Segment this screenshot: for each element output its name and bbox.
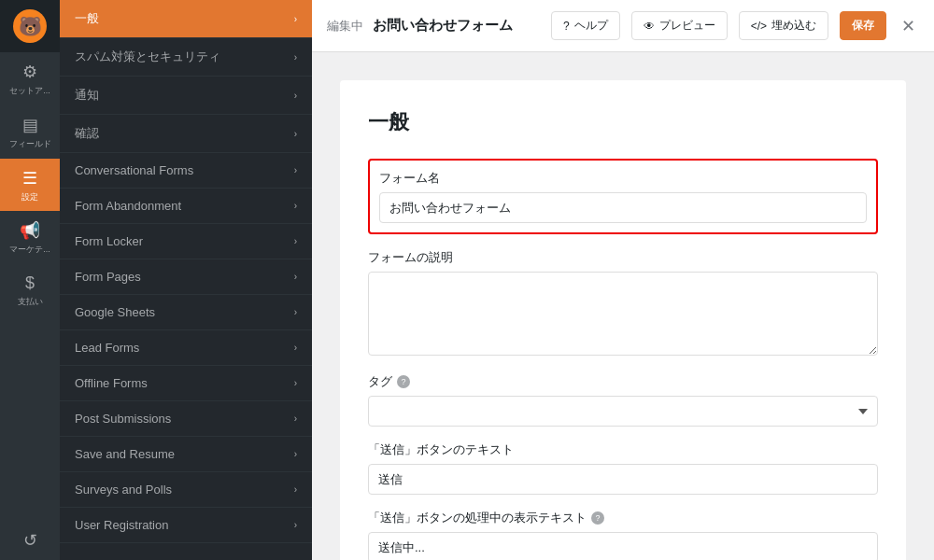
chevron-right-icon: › <box>294 484 297 495</box>
menu-item-general-label: 一般 <box>75 10 99 27</box>
chevron-right-icon: › <box>294 520 297 530</box>
sidebar-item-marketing-label: マーケテ... <box>9 245 50 255</box>
chevron-right-icon: › <box>294 378 297 388</box>
menu-item-offline-forms-label: Offline Forms <box>75 376 148 390</box>
embed-label: 埋め込む <box>771 18 816 34</box>
menu-item-conversational[interactable]: Conversational Forms › <box>60 153 312 189</box>
menu-item-abandonment[interactable]: Form Abandonment › <box>60 189 312 224</box>
submit-text-group: 「送信」ボタンのテキスト <box>368 441 878 495</box>
menu-item-save-resume[interactable]: Save and Resume › <box>60 437 312 472</box>
menu-item-notifications[interactable]: 通知 › <box>60 77 312 115</box>
top-header: 編集中 お問い合わせフォーム ? ヘルプ 👁 プレビュー </> 埋め込む 保存… <box>312 0 934 52</box>
menu-item-lead-forms[interactable]: Lead Forms › <box>60 330 312 366</box>
chevron-right-icon: › <box>294 307 297 317</box>
help-button[interactable]: ? ヘルプ <box>551 11 620 40</box>
form-name-group-highlighted: フォーム名 <box>368 159 878 234</box>
sidebar-item-fields-label: フィールド <box>9 139 51 149</box>
menu-item-general[interactable]: 一般 › <box>60 0 312 38</box>
chevron-right-icon: › <box>294 272 297 282</box>
close-button[interactable]: ✕ <box>898 12 919 40</box>
menu-item-locker-label: Form Locker <box>75 234 143 248</box>
sidebar-item-setup-label: セットア... <box>9 86 50 96</box>
settings-icon: ☰ <box>22 168 37 189</box>
submit-processing-label: 「送信」ボタンの処理中の表示テキスト <box>368 510 587 526</box>
icon-sidebar: 🐻 ⚙ セットア... ▤ フィールド ☰ 設定 📢 マーケテ... $ 支払い… <box>0 0 60 560</box>
menu-item-abandonment-label: Form Abandonment <box>75 199 181 213</box>
logo-image: 🐻 <box>13 9 47 43</box>
menu-item-pages[interactable]: Form Pages › <box>60 259 312 295</box>
main-content: 編集中 お問い合わせフォーム ? ヘルプ 👁 プレビュー </> 埋め込む 保存… <box>312 0 934 560</box>
menu-item-confirmation-label: 確認 <box>75 125 99 142</box>
form-name-input[interactable] <box>379 192 867 223</box>
chevron-right-icon: › <box>294 343 297 353</box>
chevron-right-icon: › <box>294 449 297 459</box>
fields-icon: ▤ <box>22 115 38 135</box>
form-description-label: フォームの説明 <box>368 249 878 266</box>
panel-title: 一般 <box>368 108 878 136</box>
sidebar-item-settings-label: 設定 <box>21 192 38 203</box>
submit-processing-label-row: 「送信」ボタンの処理中の表示テキスト ? <box>368 510 878 526</box>
form-panel: 一般 フォーム名 フォームの説明 タグ ? <box>340 80 906 560</box>
tags-label: タグ <box>368 373 392 390</box>
chevron-right-icon: › <box>294 165 297 175</box>
sidebar-item-fields[interactable]: ▤ フィールド <box>0 105 60 159</box>
form-description-textarea[interactable] <box>368 272 878 356</box>
settings-menu: 一般 › スパム対策とセキュリティ › 通知 › 確認 › Conversati… <box>60 0 312 560</box>
menu-item-post-submissions[interactable]: Post Submissions › <box>60 401 312 437</box>
submit-text-label: 「送信」ボタンのテキスト <box>368 441 878 458</box>
chevron-right-icon: › <box>294 236 297 246</box>
submit-processing-help-icon[interactable]: ? <box>591 511 604 525</box>
sidebar-item-marketing[interactable]: 📢 マーケテ... <box>0 211 60 264</box>
menu-item-google-sheets-label: Google Sheets <box>75 305 155 319</box>
payment-icon: $ <box>25 273 35 293</box>
menu-item-confirmation[interactable]: 確認 › <box>60 115 312 153</box>
header-title: 編集中 お問い合わせフォーム <box>327 17 540 35</box>
chevron-right-icon: › <box>294 129 297 139</box>
menu-item-user-reg[interactable]: User Registration › <box>60 508 312 543</box>
menu-item-google-sheets[interactable]: Google Sheets › <box>60 295 312 330</box>
submit-text-input[interactable] <box>368 464 878 495</box>
eye-icon: 👁 <box>644 20 655 33</box>
menu-item-lead-forms-label: Lead Forms <box>75 341 139 355</box>
form-name-header: お問い合わせフォーム <box>373 17 513 33</box>
menu-item-user-reg-label: User Registration <box>75 518 168 532</box>
menu-item-pages-label: Form Pages <box>75 270 141 284</box>
tags-help-icon[interactable]: ? <box>397 375 410 388</box>
menu-item-save-resume-label: Save and Resume <box>75 447 175 461</box>
help-label: ヘルプ <box>574 18 608 34</box>
menu-item-locker[interactable]: Form Locker › <box>60 224 312 259</box>
editing-label: 編集中 <box>327 19 363 33</box>
marketing-icon: 📢 <box>20 220 40 241</box>
chevron-right-icon: › <box>294 201 297 211</box>
form-name-label: フォーム名 <box>379 170 867 187</box>
sidebar-item-payment-label: 支払い <box>18 297 43 307</box>
preview-label: プレビュー <box>659 18 715 34</box>
menu-item-surveys[interactable]: Surveys and Polls › <box>60 472 312 508</box>
menu-item-notifications-label: 通知 <box>75 87 99 104</box>
tags-label-row: タグ ? <box>368 373 878 390</box>
chevron-right-icon: › <box>294 52 297 63</box>
sidebar-item-history[interactable]: ↺ <box>0 521 60 560</box>
code-icon: </> <box>751 20 767 33</box>
preview-button[interactable]: 👁 プレビュー <box>631 11 728 40</box>
chevron-right-icon: › <box>294 14 297 24</box>
embed-button[interactable]: </> 埋め込む <box>739 11 828 40</box>
menu-item-spam-label: スパム対策とセキュリティ <box>75 49 220 65</box>
sidebar-item-payment[interactable]: $ 支払い <box>0 264 60 316</box>
menu-item-offline-forms[interactable]: Offline Forms › <box>60 366 312 401</box>
sidebar-item-settings[interactable]: ☰ 設定 <box>0 159 60 212</box>
save-button[interactable]: 保存 <box>840 11 886 40</box>
save-label: 保存 <box>852 18 874 34</box>
history-icon: ↺ <box>23 530 37 551</box>
content-area: 一般 フォーム名 フォームの説明 タグ ? <box>312 52 934 560</box>
tags-group: タグ ? <box>368 373 878 427</box>
menu-item-surveys-label: Surveys and Polls <box>75 483 172 497</box>
menu-item-spam[interactable]: スパム対策とセキュリティ › <box>60 38 312 77</box>
sidebar-item-setup[interactable]: ⚙ セットア... <box>0 52 60 105</box>
form-description-group: フォームの説明 <box>368 249 878 358</box>
menu-item-post-submissions-label: Post Submissions <box>75 412 171 426</box>
setup-icon: ⚙ <box>22 62 37 82</box>
help-icon: ? <box>563 20 570 33</box>
submit-processing-input[interactable] <box>368 532 878 560</box>
tags-select[interactable] <box>368 396 878 427</box>
